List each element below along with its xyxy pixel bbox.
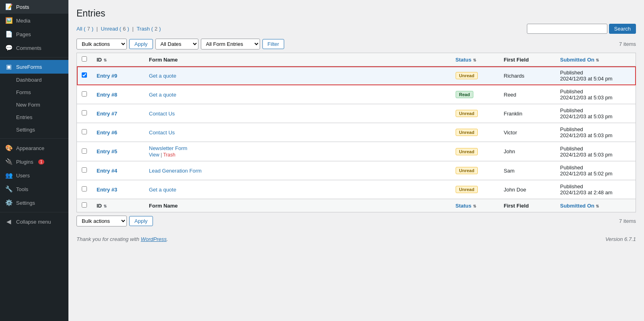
entry-id-link[interactable]: Entry #7 xyxy=(97,111,117,117)
search-button[interactable]: Search xyxy=(609,24,636,34)
apply-button-bottom[interactable]: Apply xyxy=(129,216,153,226)
version-text: Version 6.7.1 xyxy=(605,236,636,242)
table-header-row: ID ⇅ Form Name Status ⇅ First Field xyxy=(77,53,636,66)
row-action-trash[interactable]: Trash xyxy=(163,152,175,158)
footer-submitted-on-sort-link[interactable]: Submitted On ⇅ xyxy=(560,203,599,209)
id-sort-icon[interactable]: ⇅ xyxy=(103,58,107,62)
row-checkbox[interactable] xyxy=(82,167,87,173)
filter-sep-2: | xyxy=(132,26,135,32)
row-checkbox[interactable] xyxy=(82,110,87,115)
col-form-name-label: Form Name xyxy=(149,57,178,63)
table-row: Entry #7Contact UsUnreadFranklinPublishe… xyxy=(77,104,636,123)
row-first-field-cell: John Doe xyxy=(499,180,555,199)
unread-count: 6 xyxy=(123,26,126,32)
items-count-bottom: 7 items xyxy=(619,218,636,224)
footer-status-sort-link[interactable]: Status ⇅ xyxy=(456,203,476,209)
row-first-field-cell: Reed xyxy=(499,85,555,104)
filter-all-link[interactable]: All (7) xyxy=(76,26,93,32)
status-badge: Read xyxy=(456,91,474,98)
row-checkbox[interactable] xyxy=(82,91,87,97)
row-first-field-cell: Richards xyxy=(499,66,555,85)
bulk-actions-select-top[interactable]: Bulk actions xyxy=(76,39,127,49)
filter-unread-link[interactable]: Unread (6) xyxy=(101,26,129,32)
all-dates-select[interactable]: All Dates xyxy=(155,39,198,49)
submitted-on-sort-link[interactable]: Submitted On ⇅ xyxy=(560,57,599,63)
form-name-link[interactable]: Contact Us xyxy=(149,111,175,117)
sidebar-item-tools[interactable]: 🔧 Tools xyxy=(0,182,68,196)
form-name-link[interactable]: Get a quote xyxy=(149,92,176,98)
sidebar-item-dashboard[interactable]: Dashboard xyxy=(0,74,68,86)
sidebar-item-posts[interactable]: 📝 Posts xyxy=(0,0,68,14)
row-first-field-cell: Franklin xyxy=(499,104,555,123)
sidebar-item-plugins[interactable]: 🔌 Plugins 1 xyxy=(0,155,68,169)
entry-id-link[interactable]: Entry #6 xyxy=(97,130,117,136)
sidebar-item-collapse[interactable]: ◀ Collapse menu xyxy=(0,215,68,228)
select-all-checkbox[interactable] xyxy=(82,56,87,62)
sidebar-label-sureforms: SureForms xyxy=(16,64,42,70)
sidebar-item-appearance[interactable]: 🎨 Appearance xyxy=(0,141,68,155)
form-name-link[interactable]: Lead Generation Form xyxy=(149,168,202,174)
row-submitted-on-cell: Published2024/12/03 at 5:03 pm xyxy=(555,123,636,142)
sidebar-item-media[interactable]: 🖼️ Media xyxy=(0,14,68,27)
search-input[interactable] xyxy=(527,24,607,34)
col-submitted-on-label: Submitted On xyxy=(560,57,594,63)
search-box: Search xyxy=(527,24,636,34)
status-badge: Unread xyxy=(456,129,478,136)
entry-id-link[interactable]: Entry #4 xyxy=(97,168,117,174)
sidebar-item-settings-sf[interactable]: Settings xyxy=(0,123,68,136)
entry-id-link[interactable]: Entry #3 xyxy=(97,187,117,193)
col-id-label: ID xyxy=(97,57,102,63)
sidebar-item-pages[interactable]: 📄 Pages xyxy=(0,27,68,41)
filter-trash-link[interactable]: Trash (2) xyxy=(136,26,161,32)
submitted-line2: 2024/12/03 at 5:03 pm xyxy=(560,95,613,101)
sidebar-label-settings-sf: Settings xyxy=(16,127,35,133)
entries-table: ID ⇅ Form Name Status ⇅ First Field xyxy=(76,53,636,212)
sidebar: 📝 Posts 🖼️ Media 📄 Pages 💬 Comments ▣ Su… xyxy=(0,0,68,321)
row-checkbox[interactable] xyxy=(82,129,87,134)
sidebar-item-comments[interactable]: 💬 Comments xyxy=(0,41,68,55)
row-submitted-on-cell: Published2024/12/03 at 5:02 pm xyxy=(555,161,636,180)
form-name-link[interactable]: Get a quote xyxy=(149,73,176,79)
users-icon: 👥 xyxy=(5,172,13,179)
footer-status-col: Status ⇅ xyxy=(451,199,499,212)
sidebar-item-settings[interactable]: ⚙️ Settings xyxy=(0,196,68,210)
sidebar-item-users[interactable]: 👥 Users xyxy=(0,169,68,182)
sidebar-label-plugins: Plugins xyxy=(16,159,33,165)
row-checkbox[interactable] xyxy=(82,186,87,191)
status-sort-link[interactable]: Status ⇅ xyxy=(456,57,476,63)
form-name-link[interactable]: Get a quote xyxy=(149,187,176,193)
entry-id-link[interactable]: Entry #9 xyxy=(97,73,117,79)
submitted-line2: 2024/12/03 at 2:48 am xyxy=(560,189,613,195)
submitted-line1: Published xyxy=(560,183,583,189)
table-row: Entry #9Get a quoteUnreadRichardsPublish… xyxy=(77,66,636,85)
footer-id-sort-icon[interactable]: ⇅ xyxy=(103,204,107,208)
row-action-view[interactable]: View xyxy=(149,152,159,158)
filter-button[interactable]: Filter xyxy=(262,39,285,49)
select-all-checkbox-bottom[interactable] xyxy=(82,202,87,208)
form-name-link[interactable]: Newsletter Form xyxy=(149,145,187,151)
sidebar-item-forms[interactable]: Forms xyxy=(0,86,68,99)
all-form-entries-select[interactable]: All Form Entries xyxy=(201,39,260,49)
entry-id-link[interactable]: Entry #5 xyxy=(97,148,117,154)
sidebar-label-settings: Settings xyxy=(16,200,35,206)
apply-button-top[interactable]: Apply xyxy=(129,39,153,49)
row-id-cell: Entry #6 xyxy=(92,123,144,142)
sidebar-item-new-form[interactable]: New Form xyxy=(0,99,68,111)
row-checkbox[interactable] xyxy=(82,72,87,78)
all-count: 7 xyxy=(87,26,90,32)
bulk-actions-select-bottom[interactable]: Bulk actions xyxy=(76,216,127,226)
sidebar-item-entries[interactable]: Entries xyxy=(0,111,68,123)
submitted-line2: 2024/12/03 at 5:03 pm xyxy=(560,152,613,158)
status-sort-icon: ⇅ xyxy=(473,58,476,62)
row-id-cell: Entry #4 xyxy=(92,161,144,180)
wordpress-link[interactable]: WordPress xyxy=(141,236,167,242)
sidebar-sep-3 xyxy=(0,212,68,212)
form-name-link[interactable]: Contact Us xyxy=(149,130,175,136)
sidebar-item-sureforms[interactable]: ▣ SureForms xyxy=(0,60,68,74)
thank-you-text: Thank you for creating with xyxy=(76,236,139,242)
row-checkbox[interactable] xyxy=(82,148,87,154)
entry-id-link[interactable]: Entry #8 xyxy=(97,92,117,98)
header-submitted-on-col: Submitted On ⇅ xyxy=(555,53,636,66)
footer-status-sort-icon: ⇅ xyxy=(473,204,476,208)
comments-icon: 💬 xyxy=(5,44,13,51)
